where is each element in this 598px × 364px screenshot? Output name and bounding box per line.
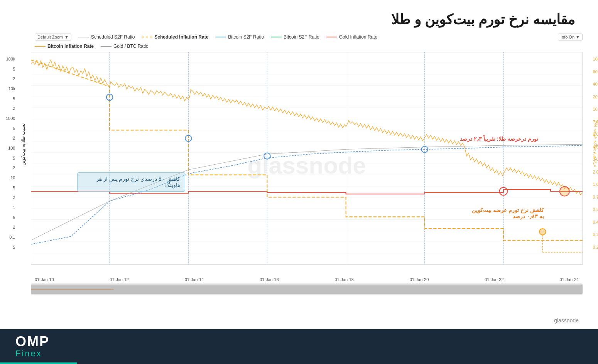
legend-btc-s2f-green-label: Bitcoin S2F Ratio — [284, 34, 319, 40]
legend-scheduled-s2f-label: Scheduled S2F Ratio — [91, 34, 135, 40]
gold-circle-2 — [560, 187, 569, 196]
legend-btc-s2f-green-line — [271, 37, 282, 37]
footer-logo-finex: Finex — [15, 349, 42, 359]
y-axis-right: 100.00% 60.00% 40.00% 20.00% 10.00% 7.00… — [593, 57, 598, 249]
info-on-control[interactable]: Info On ▼ — [558, 34, 583, 40]
footer-logo-omp: OMP — [15, 335, 49, 349]
legend-btc-inflation-label: Bitcoin Inflation Rate — [47, 44, 94, 49]
gold-inflation-annotation: تورم درعرضه طلا: تقریباً ۲٫۳ درصد — [415, 136, 538, 142]
legend-btc-s2f-label: Bitcoin S2F Ratio — [228, 34, 264, 40]
btc-inflation-annotation: کاهش نرخ تورم عرضه بیت‌کوینبه ۰٫۸۳ درصد — [436, 207, 544, 219]
legend-btc-s2f: Bitcoin S2F Ratio — [215, 34, 264, 40]
x-label-jan22: 01-Jan-22 — [485, 277, 504, 282]
page-header: مقایسه نرخ تورم بیت‌کوین و طلا — [0, 0, 598, 32]
chart-legend: Default Zoom ▼ Scheduled S2F Ratio Sched… — [31, 34, 583, 43]
x-label-jan16: 01-Jan-16 — [260, 277, 279, 282]
legend-scheduled-inflation: Scheduled Inflation Rate — [142, 34, 208, 40]
x-label-jan20: 01-Jan-20 — [410, 277, 429, 282]
chart-inner: Default Zoom ▼ Scheduled S2F Ratio Sched… — [31, 34, 583, 280]
default-zoom-control[interactable]: Default Zoom ▼ — [35, 34, 71, 40]
x-label-jan12: 01-Jan-12 — [110, 277, 129, 282]
legend-btc-inflation-line — [35, 46, 46, 47]
legend-btc-inflation: Bitcoin Inflation Rate — [35, 44, 94, 49]
scrollbar-thumb[interactable] — [31, 285, 583, 294]
legend-gold-btc: Gold / BTC Ratio — [101, 44, 149, 49]
x-label-jan18: 01-Jan-18 — [334, 277, 354, 282]
info-on-label: Info On — [561, 35, 574, 39]
halving-annotation-text: کاهش ۵۰ درصدی نرخ تورم پس از هر هاوینگ — [96, 176, 180, 188]
scrollbar-mini-chart — [31, 289, 114, 290]
legend-gold-inflation-line — [326, 37, 337, 37]
glassnode-credit: glassnode — [554, 317, 579, 324]
footer: OMP Finex — [0, 329, 598, 364]
legend-row2: Bitcoin Inflation Rate Gold / BTC Ratio — [31, 43, 583, 52]
footer-accent — [0, 362, 77, 364]
dropdown-icon: ▼ — [64, 35, 69, 39]
x-label-jan14: 01-Jan-14 — [185, 277, 204, 282]
footer-logo: OMP Finex — [15, 335, 49, 359]
legend-scheduled-s2f: Scheduled S2F Ratio — [78, 34, 135, 40]
legend-gold-btc-label: Gold / BTC Ratio — [113, 44, 149, 49]
page-title: مقایسه نرخ تورم بیت‌کوین و طلا — [23, 12, 575, 28]
y-axis-left: 100k 5 2 10k 5 2 1000 5 2 100 5 2 10 5 2… — [6, 57, 15, 249]
legend-btc-s2f-green: Bitcoin S2F Ratio — [271, 34, 319, 40]
legend-scheduled-inflation-line — [142, 37, 152, 37]
watermark-text: glassnode — [247, 152, 366, 179]
chart-scrollbar[interactable] — [31, 283, 583, 295]
y-axis-left-title: نسبت طلا به بیت‌کوین — [20, 123, 26, 165]
x-axis: 01-Jan-10 01-Jan-12 01-Jan-14 01-Jan-16 … — [31, 276, 583, 282]
halving-annotation-box: کاهش ۵۰ درصدی نرخ تورم پس از هر هاوینگ — [77, 172, 185, 192]
main-chart-svg: glassnode — [31, 52, 583, 276]
default-zoom-label: Default Zoom — [37, 35, 63, 39]
legend-scheduled-inflation-label: Scheduled Inflation Rate — [154, 34, 208, 40]
info-on-dropdown-icon: ▼ — [576, 35, 580, 39]
gold-inflation-annotation-text: تورم درعرضه طلا: تقریباً ۲٫۳ درصد — [460, 136, 538, 142]
x-label-jan10: 01-Jan-10 — [35, 277, 54, 282]
btc-inflation-annotation-text: کاهش نرخ تورم عرضه بیت‌کوینبه ۰٫۸۳ درصد — [472, 207, 544, 219]
btc-annotation-dot — [539, 229, 546, 235]
legend-gold-btc-line — [101, 46, 111, 47]
x-label-jan24: 01-Jan-24 — [559, 277, 579, 282]
legend-scheduled-s2f-line — [78, 37, 89, 37]
legend-gold-inflation: Gold Inflation Rate — [326, 34, 377, 40]
chart-container: نسبت طلا به بیت‌کوین 100k 5 2 10k 5 2 10… — [31, 34, 583, 280]
legend-btc-s2f-line — [215, 37, 226, 37]
legend-gold-inflation-label: Gold Inflation Rate — [339, 34, 377, 40]
